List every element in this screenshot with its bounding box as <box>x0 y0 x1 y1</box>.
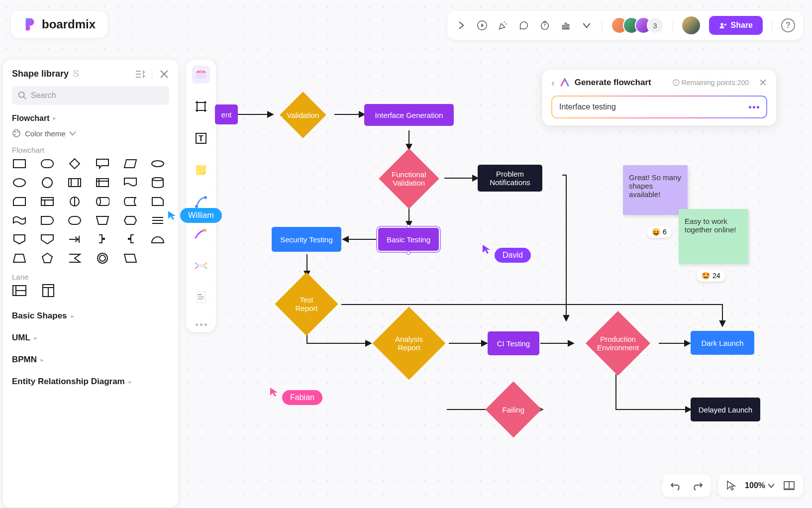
ai-input-wrap[interactable] <box>551 96 767 118</box>
ai-back-icon[interactable]: ‹ <box>551 77 555 89</box>
search-field[interactable] <box>12 86 169 105</box>
node-ci-test[interactable]: CI Testing <box>488 331 539 355</box>
dock-pen[interactable] <box>192 225 210 243</box>
shape-rounded-rect[interactable] <box>40 158 55 169</box>
comment-icon[interactable] <box>518 19 530 31</box>
svg-rect-64 <box>197 102 205 110</box>
node-delayed-launch[interactable]: Delayed Launch <box>691 398 760 421</box>
help-icon[interactable]: ? <box>781 18 795 32</box>
pointer-icon[interactable] <box>726 480 736 491</box>
reaction-1[interactable]: 😝6 <box>647 226 672 238</box>
category-basic-shapes[interactable]: Basic Shapes▸ <box>12 305 169 327</box>
sticky-note-1[interactable]: Great! So many shapes available! <box>623 165 688 215</box>
shape-ellipse[interactable] <box>12 177 27 188</box>
shape-table[interactable] <box>40 196 55 207</box>
shape-callout[interactable] <box>95 158 110 169</box>
shape-semicircle[interactable] <box>150 234 165 245</box>
dock-document[interactable] <box>192 289 210 306</box>
top-toolbar: 3 Share ? <box>447 11 803 40</box>
dock-templates[interactable] <box>192 66 210 84</box>
shape-lane-horizontal[interactable] <box>12 285 27 296</box>
sticky-note-2[interactable]: Easy to work together online! <box>679 209 748 264</box>
shape-stored-data[interactable] <box>123 196 138 207</box>
logo[interactable]: boardmix <box>11 11 107 38</box>
zoom-level[interactable]: 100% <box>745 481 774 490</box>
collaborator-avatars[interactable]: 3 <box>611 17 664 34</box>
shape-blank[interactable] <box>150 253 165 264</box>
dock-mindmap[interactable] <box>192 257 210 275</box>
svg-rect-36 <box>69 179 81 187</box>
redo-icon[interactable] <box>691 480 703 491</box>
shape-bracket-left[interactable] <box>123 234 138 245</box>
shape-internal-storage[interactable] <box>95 177 110 188</box>
shape-connector[interactable] <box>67 196 82 207</box>
shape-pentagon[interactable] <box>40 253 55 264</box>
shape-diamond[interactable] <box>67 158 82 169</box>
svg-rect-76 <box>198 296 204 297</box>
shape-terminator[interactable] <box>150 158 165 169</box>
shape-database[interactable] <box>150 177 165 188</box>
shape-circle[interactable] <box>40 177 55 188</box>
shape-note[interactable] <box>150 196 165 207</box>
node-problem-notif[interactable]: Problem Notifications <box>478 165 542 192</box>
dock-more[interactable] <box>196 323 207 326</box>
close-icon[interactable] <box>159 69 169 79</box>
celebrate-icon[interactable] <box>497 19 509 31</box>
svg-point-26 <box>13 130 20 137</box>
shape-manual-op[interactable] <box>95 215 110 226</box>
category-erd[interactable]: Entity Relationship Diagram▸ <box>12 371 169 393</box>
selection-handle[interactable] <box>406 251 410 255</box>
node-basic-test[interactable]: Basic Testing <box>378 228 439 251</box>
shape-lane-vertical[interactable] <box>41 285 56 296</box>
category-bpmn[interactable]: BPMN▸ <box>12 349 169 371</box>
timer-icon[interactable] <box>539 19 551 31</box>
search-input[interactable] <box>12 86 169 105</box>
minimap-icon[interactable] <box>783 480 795 491</box>
shape-hexagon[interactable] <box>123 215 138 226</box>
shape-trapezoid[interactable] <box>12 253 27 264</box>
shape-double-circle[interactable] <box>95 253 110 264</box>
undo-icon[interactable] <box>670 480 682 491</box>
filter-icon[interactable] <box>135 69 145 79</box>
reaction-2[interactable]: 🤩24 <box>697 270 725 282</box>
shape-sum[interactable] <box>67 253 82 264</box>
ai-generate-panel: ‹ Generate flowchart Remaining points:20… <box>542 70 776 125</box>
node-edge[interactable]: ent <box>215 104 238 124</box>
chart-icon[interactable] <box>560 19 572 31</box>
shape-direct-data[interactable] <box>95 196 110 207</box>
avatar-overflow-count[interactable]: 3 <box>647 17 664 34</box>
play-icon[interactable] <box>476 19 488 31</box>
current-user-avatar[interactable] <box>682 16 700 34</box>
shape-tape[interactable] <box>12 215 27 226</box>
chevron-right-icon[interactable] <box>455 19 467 31</box>
color-theme-selector[interactable]: Color theme <box>12 129 169 138</box>
shape-card[interactable] <box>12 196 27 207</box>
shape-delay[interactable] <box>40 215 55 226</box>
share-button[interactable]: Share <box>709 16 763 35</box>
node-interface-gen[interactable]: Interface Generation <box>364 104 454 126</box>
shape-parallelogram[interactable] <box>123 158 138 169</box>
node-security-test[interactable]: Security Testing <box>272 227 341 252</box>
chevron-down-icon[interactable] <box>581 19 593 31</box>
shape-arrow-cross[interactable] <box>67 234 82 245</box>
section-flowchart[interactable]: Flowchart▾ <box>12 114 169 123</box>
shape-menu-lines[interactable] <box>150 215 165 226</box>
shape-capsule[interactable] <box>67 215 82 226</box>
dock-sticky[interactable] <box>192 161 210 179</box>
shape-bracket-right[interactable] <box>95 234 110 245</box>
cursor-icon <box>269 387 279 398</box>
chevron-down-icon <box>768 483 774 489</box>
shape-rectangle[interactable] <box>12 158 27 169</box>
shape-para2[interactable] <box>123 253 138 264</box>
ai-prompt-input[interactable] <box>559 102 749 111</box>
shape-predefined[interactable] <box>67 177 82 188</box>
selection-handle[interactable] <box>406 224 410 228</box>
shape-display[interactable] <box>40 234 55 245</box>
shape-offpage[interactable] <box>12 234 27 245</box>
node-dark-launch[interactable]: Dark Launch <box>691 331 754 355</box>
ai-close-icon[interactable]: ✕ <box>759 77 767 89</box>
category-uml[interactable]: UML▸ <box>12 327 169 349</box>
dock-text[interactable]: T <box>192 129 210 147</box>
shape-document[interactable] <box>123 177 138 188</box>
dock-frame[interactable] <box>192 98 210 115</box>
